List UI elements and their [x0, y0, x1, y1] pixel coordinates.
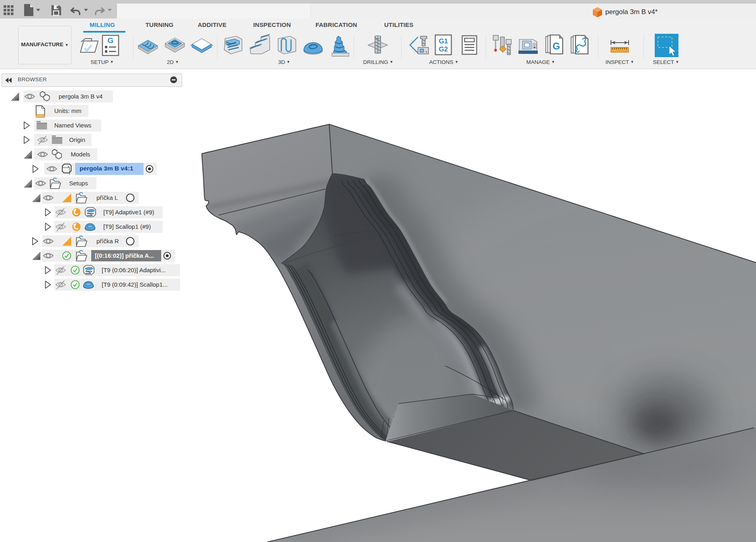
svg-text:G2: G2 — [439, 45, 448, 53]
svg-text:G1: G1 — [439, 37, 448, 45]
svg-text:G: G — [108, 36, 114, 45]
svg-text:G: G — [553, 41, 560, 51]
